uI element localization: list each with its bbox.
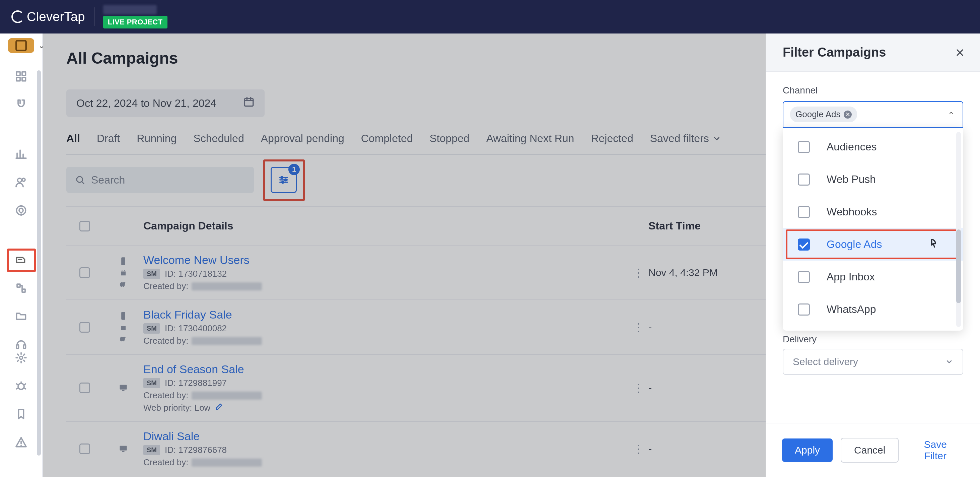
delivery-select[interactable]: Select delivery [783,349,963,375]
analytics-icon[interactable] [14,147,28,161]
chevron-down-icon [713,134,721,143]
tab-all[interactable]: All [66,132,80,145]
apply-button[interactable]: Apply [782,439,833,462]
target-icon[interactable] [14,204,28,217]
creator-redacted [192,282,262,290]
tab-completed[interactable]: Completed [361,132,413,145]
svg-point-23 [122,270,122,271]
brand-block: CleverTap [11,10,85,24]
cancel-button[interactable]: Cancel [841,438,899,463]
chip-label: Google Ads [795,109,840,119]
option-google-ads[interactable]: Google Ads [783,228,963,261]
close-icon [955,48,965,57]
svg-rect-0 [16,41,26,50]
android-icon [119,323,128,332]
rail-scrollbar[interactable] [37,70,41,456]
close-button[interactable] [953,46,967,59]
svg-rect-4 [22,77,26,81]
filter-panel: Filter Campaigns Channel Google Ads ✕ ⌄ … [766,33,980,477]
warning-icon[interactable] [14,436,28,449]
magnet-icon[interactable] [14,98,28,111]
nav-icons-top [14,70,28,351]
svg-rect-17 [245,99,253,106]
channel-field-label: Channel [783,85,963,96]
audience-icon[interactable] [14,175,28,189]
campaign-name-link[interactable]: Black Friday Sale [143,308,628,321]
headset-icon[interactable] [14,338,28,351]
svg-point-8 [19,208,23,212]
tab-awaiting-next-run[interactable]: Awaiting Next Run [486,132,574,145]
gear-icon[interactable] [14,351,28,364]
app-header: CleverTap LIVE PROJECT [0,0,980,33]
svg-rect-10 [24,345,26,349]
bookmark-icon[interactable] [14,407,28,421]
created-by-label: Created by: [143,335,188,346]
date-range-picker[interactable]: Oct 22, 2024 to Nov 21, 2024 [66,89,265,117]
campaign-tag: SM [143,323,160,334]
bug-icon[interactable] [14,379,28,393]
row-actions-menu[interactable]: ⋮ [628,321,648,334]
tab-approval-pending[interactable]: Approval pending [261,132,344,145]
tab-scheduled[interactable]: Scheduled [193,132,244,145]
tab-draft[interactable]: Draft [97,132,120,145]
row-checkbox[interactable] [80,383,90,393]
option-webhooks[interactable]: Webhooks [783,196,963,228]
svg-rect-22 [121,257,125,265]
row-checkbox[interactable] [80,444,90,454]
tab-stopped[interactable]: Stopped [430,132,469,145]
start-time: Nov 4, 4:32 PM [648,267,746,278]
filter-button[interactable]: 1 [270,167,297,193]
delivery-field-label: Delivery [783,334,963,345]
header-divider [94,7,94,26]
option-label: Web Push [827,173,876,186]
campaign-name-link[interactable]: End of Season Sale [143,363,628,376]
desktop-icon [119,383,128,393]
option-app-inbox[interactable]: App Inbox [783,261,963,293]
option-web-push[interactable]: Web Push [783,163,963,196]
option-label: App Inbox [827,271,875,283]
edit-icon[interactable] [215,403,223,413]
boards-icon[interactable] [14,70,28,83]
android-icon [119,268,128,277]
svg-point-6 [22,178,25,181]
option-audiences[interactable]: Audiences [783,130,963,163]
project-switcher[interactable]: LIVE PROJECT [103,5,167,29]
channel-icons [103,444,143,453]
sliders-icon [278,174,290,186]
channel-multiselect[interactable]: Google Ads ✕ ⌄ [783,101,963,128]
svg-rect-1 [17,72,21,76]
nav-icons-bottom [14,351,28,477]
brand-name: CleverTap [27,10,85,24]
desktop-icon [119,444,128,453]
org-avatar[interactable]: ⌄ [8,38,34,53]
svg-point-20 [285,179,287,181]
start-time: - [648,321,746,333]
campaign-name-link[interactable]: Diwali Sale [143,430,628,443]
campaigns-icon[interactable] [14,253,28,267]
row-actions-menu[interactable]: ⋮ [628,381,648,394]
panel-footer: Apply Cancel Save Filter [766,423,980,477]
search-input[interactable]: Search [66,167,254,193]
dropdown-scrollbar[interactable] [956,132,961,327]
campaign-tag: SM [143,378,160,388]
chip-remove-icon[interactable]: ✕ [844,111,852,119]
option-whatsapp[interactable]: WhatsApp [783,293,963,326]
row-checkbox[interactable] [80,322,90,332]
option-label: WhatsApp [827,303,876,316]
row-checkbox[interactable] [80,267,90,278]
header-checkbox[interactable] [66,221,103,232]
panel-title: Filter Campaigns [783,45,886,60]
tab-rejected[interactable]: Rejected [591,132,633,145]
saved-filters-dropdown[interactable]: Saved filters [650,132,721,145]
col-details: Campaign Details [143,220,628,232]
body-area: ⌄ All [0,33,980,477]
journeys-icon[interactable] [14,281,28,295]
row-actions-menu[interactable]: ⋮ [628,266,648,279]
campaign-name-link[interactable]: Welcome New Users [143,254,628,267]
row-actions-menu[interactable]: ⋮ [628,442,648,456]
folder-icon[interactable] [14,310,28,323]
date-range-text: Oct 22, 2024 to Nov 21, 2024 [76,97,216,110]
tab-running[interactable]: Running [137,132,177,145]
save-filter-button[interactable]: Save Filter [907,433,964,467]
scrollbar-thumb[interactable] [956,229,961,303]
